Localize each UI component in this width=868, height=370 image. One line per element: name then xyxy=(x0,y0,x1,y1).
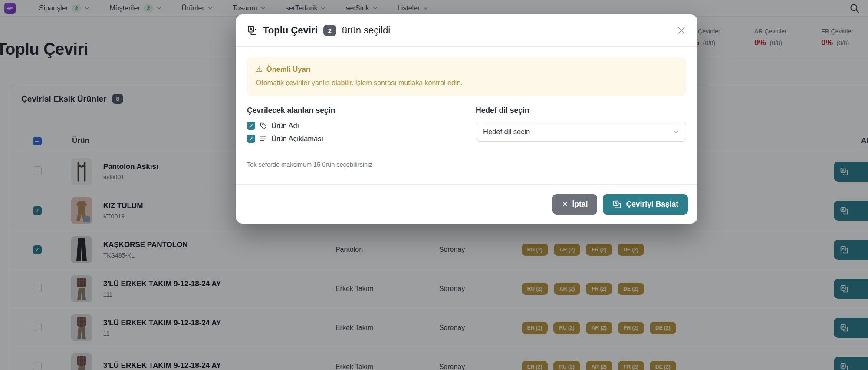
target-language-select[interactable]: Hedef dil seçin xyxy=(476,122,686,142)
selected-count-badge: 2 xyxy=(323,25,336,36)
close-icon: ✕ xyxy=(562,200,568,208)
target-language-heading: Hedef dil seçin xyxy=(476,106,686,115)
submit-label: Çeviriyi Başlat xyxy=(626,200,678,209)
cancel-button[interactable]: ✕ İptal xyxy=(552,194,597,215)
close-icon[interactable] xyxy=(677,26,686,35)
warning-title: Önemli Uyarı xyxy=(266,65,311,73)
modal-title: Toplu Çeviri xyxy=(263,25,318,36)
modal-subtitle: ürün seçildi xyxy=(342,25,390,36)
translate-icon xyxy=(247,25,257,36)
description-icon xyxy=(260,135,267,142)
cancel-label: İptal xyxy=(572,200,588,209)
translate-icon xyxy=(612,200,621,209)
warning-banner: ⚠ Önemli Uyarı Otomatik çeviriler yanlış… xyxy=(247,57,686,96)
start-translation-button[interactable]: Çeviriyi Başlat xyxy=(603,194,688,215)
option-label: Ürün Adı xyxy=(271,122,299,130)
max-selection-note: Tek seferde maksimum 15 ürün seçebilirsi… xyxy=(247,161,686,168)
select-value: Hedef dil seçin xyxy=(483,128,530,136)
option-checkbox-product-name[interactable]: ✓ xyxy=(247,122,255,130)
warning-icon: ⚠ xyxy=(256,65,263,73)
chevron-down-icon xyxy=(673,130,679,134)
tag-icon xyxy=(260,122,267,129)
warning-text: Otomatik çeviriler yanlış olabilir. İşle… xyxy=(256,79,677,87)
fields-heading: Çevrilecek alanları seçin xyxy=(247,106,476,115)
option-checkbox-product-description[interactable]: ✓ xyxy=(247,135,255,143)
bulk-translate-modal: Toplu Çeviri 2 ürün seçildi ⚠ Önemli Uya… xyxy=(236,14,697,224)
option-label: Ürün Açıklaması xyxy=(271,135,323,143)
